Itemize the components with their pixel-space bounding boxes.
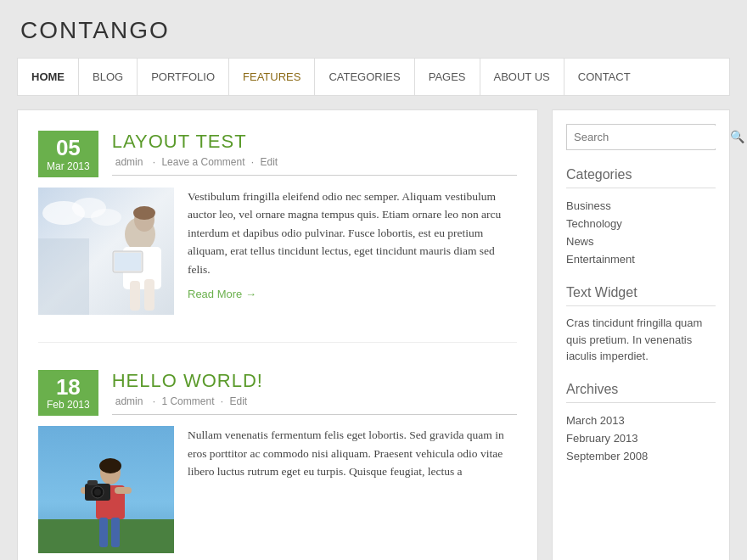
post-1-read-more[interactable]: Read More → bbox=[188, 286, 256, 304]
nav-item-contact[interactable]: CONTACT bbox=[564, 59, 644, 95]
category-news[interactable]: News bbox=[566, 232, 716, 250]
post-1-edit-link[interactable]: Edit bbox=[261, 156, 278, 168]
archive-september-2008[interactable]: September 2008 bbox=[566, 447, 716, 465]
post-2-month-year: Feb 2013 bbox=[47, 399, 90, 411]
nav-item-pages[interactable]: PAGES bbox=[415, 59, 480, 95]
archives-section: Archives March 2013 February 2013 Septem… bbox=[566, 382, 716, 465]
post-2-comment-link[interactable]: 1 Comment bbox=[161, 395, 214, 407]
text-widget-title: Text Widget bbox=[566, 285, 716, 306]
search-input[interactable] bbox=[567, 126, 723, 148]
post-1-image bbox=[38, 188, 174, 315]
post-1-comment-link[interactable]: Leave a Comment bbox=[161, 156, 244, 168]
post-2-title[interactable]: HELLO WORLD! bbox=[112, 370, 517, 392]
svg-point-16 bbox=[99, 458, 121, 473]
post-2-text: Nullam venenatis fermentum felis eget lo… bbox=[188, 426, 517, 553]
svg-rect-25 bbox=[111, 518, 120, 547]
text-widget-content: Cras tincidunt fringilla quam quis preti… bbox=[566, 315, 716, 365]
categories-title: Categories bbox=[566, 167, 716, 188]
post-2-day: 18 bbox=[47, 375, 90, 400]
svg-rect-9 bbox=[130, 281, 140, 311]
svg-rect-24 bbox=[99, 518, 108, 547]
archive-february-2013[interactable]: February 2013 bbox=[566, 429, 716, 447]
sidebar: 🔍 Categories Business Technology News En… bbox=[552, 109, 730, 560]
svg-rect-19 bbox=[115, 487, 132, 494]
post-1-title[interactable]: LAYOUT TEST bbox=[112, 131, 517, 153]
categories-section: Categories Business Technology News Ente… bbox=[566, 167, 716, 268]
search-icon: 🔍 bbox=[723, 125, 747, 149]
nav-item-about[interactable]: ABOUT US bbox=[480, 59, 564, 95]
svg-point-7 bbox=[133, 206, 155, 220]
post-2-edit-link[interactable]: Edit bbox=[230, 395, 248, 407]
archive-march-2013[interactable]: March 2013 bbox=[566, 412, 716, 429]
date-box-1: 05 Mar 2013 bbox=[38, 131, 98, 177]
post-2: 18 Feb 2013 HELLO WORLD! admin · 1 Comme… bbox=[38, 370, 517, 560]
date-box-2: 18 Feb 2013 bbox=[38, 370, 98, 417]
post-1: 05 Mar 2013 LAYOUT TEST admin · Leave a … bbox=[38, 131, 517, 343]
svg-rect-12 bbox=[115, 253, 141, 271]
search-box[interactable]: 🔍 bbox=[566, 124, 716, 150]
post-1-author: admin bbox=[115, 156, 143, 168]
nav-item-features[interactable]: FEATURES bbox=[229, 59, 315, 95]
main-nav: HOME BLOG PORTFOLIO FEATURES CATEGORIES … bbox=[17, 58, 730, 96]
post-2-author: admin bbox=[115, 395, 143, 407]
nav-item-home[interactable]: HOME bbox=[18, 59, 79, 95]
svg-rect-10 bbox=[144, 279, 154, 311]
post-1-text: Vestibulum fringilla eleifend odio nec s… bbox=[188, 188, 517, 315]
nav-item-categories[interactable]: CATEGORIES bbox=[315, 59, 414, 95]
post-2-meta: admin · 1 Comment · Edit bbox=[112, 395, 517, 407]
post-1-meta: admin · Leave a Comment · Edit bbox=[112, 156, 517, 168]
archives-title: Archives bbox=[566, 382, 716, 403]
svg-rect-4 bbox=[38, 238, 89, 315]
nav-item-portfolio[interactable]: PORTFOLIO bbox=[138, 59, 229, 95]
category-entertainment[interactable]: Entertainment bbox=[566, 250, 716, 268]
main-content: 05 Mar 2013 LAYOUT TEST admin · Leave a … bbox=[17, 109, 538, 560]
site-title: CONTANGO bbox=[17, 17, 730, 44]
post-2-image bbox=[38, 426, 174, 553]
text-widget-section: Text Widget Cras tincidunt fringilla qua… bbox=[566, 285, 716, 365]
category-business[interactable]: Business bbox=[566, 197, 716, 215]
svg-point-3 bbox=[91, 209, 121, 226]
post-1-month-year: Mar 2013 bbox=[47, 160, 90, 172]
nav-item-blog[interactable]: BLOG bbox=[79, 59, 138, 95]
post-1-day: 05 bbox=[47, 136, 90, 160]
svg-rect-21 bbox=[87, 480, 98, 485]
svg-point-23 bbox=[94, 489, 101, 496]
category-technology[interactable]: Technology bbox=[566, 215, 716, 232]
